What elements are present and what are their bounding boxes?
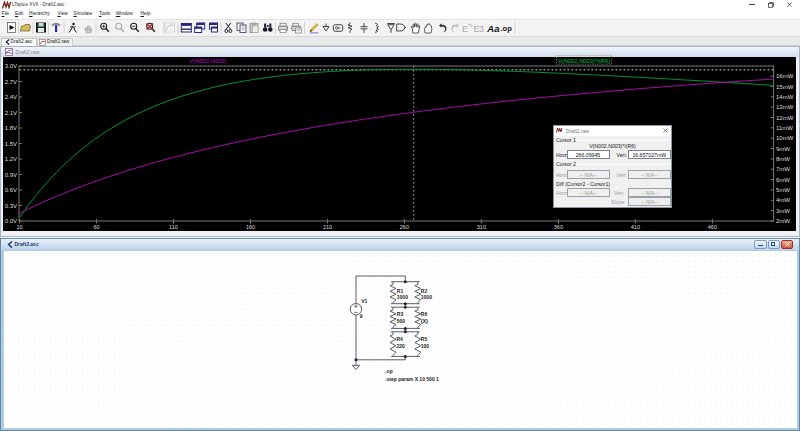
svg-text:13mW: 13mW <box>776 104 794 110</box>
svg-text:2.1V: 2.1V <box>5 110 17 116</box>
svg-text:0.0V: 0.0V <box>5 218 17 224</box>
svg-text:6mW: 6mW <box>776 177 790 183</box>
svg-text:160: 160 <box>246 224 255 230</box>
svg-text:.step param X 10 500 1: .step param X 10 500 1 <box>385 376 439 382</box>
svg-text:E: E <box>462 24 468 34</box>
svg-text:3mW: 3mW <box>776 208 790 214</box>
svg-text:110: 110 <box>169 224 178 230</box>
svg-text:0.3V: 0.3V <box>5 203 17 209</box>
svg-text:9: 9 <box>360 313 363 319</box>
svg-text:15mW: 15mW <box>776 84 794 90</box>
svg-text:500: 500 <box>397 318 406 324</box>
svg-text:R2: R2 <box>421 288 428 294</box>
svg-text:4mW: 4mW <box>776 197 790 203</box>
svg-text:{X}: {X} <box>421 318 428 324</box>
svg-text:.op: .op <box>501 24 513 33</box>
svg-text:1000: 1000 <box>397 294 408 300</box>
svg-text:260: 260 <box>400 224 409 230</box>
svg-text:220: 220 <box>396 343 405 349</box>
svg-text:5mW: 5mW <box>776 187 790 193</box>
svg-text:R6: R6 <box>421 311 428 317</box>
svg-text:V(N002,N003)*I(R6): V(N002,N003)*I(R6) <box>558 58 610 64</box>
svg-text:3: 3 <box>479 24 484 34</box>
svg-text:2.4V: 2.4V <box>5 94 17 100</box>
svg-text:7mW: 7mW <box>776 166 790 172</box>
svg-text:310: 310 <box>477 224 486 230</box>
svg-text:.op: .op <box>385 368 393 374</box>
svg-text:2.7V: 2.7V <box>5 79 17 85</box>
svg-text:16mW: 16mW <box>776 73 794 79</box>
svg-text:3.0V: 3.0V <box>5 63 17 69</box>
svg-text:10mW: 10mW <box>776 135 794 141</box>
svg-text:10: 10 <box>16 224 22 230</box>
svg-text:R4: R4 <box>396 336 403 342</box>
svg-text:8mW: 8mW <box>776 156 790 162</box>
svg-text:360: 360 <box>554 224 563 230</box>
svg-text:R3: R3 <box>397 311 404 317</box>
svg-text:1.2V: 1.2V <box>5 156 17 162</box>
svg-text:11mW: 11mW <box>776 125 793 131</box>
svg-text:0.6V: 0.6V <box>5 187 17 193</box>
svg-text:1.5V: 1.5V <box>5 141 17 147</box>
svg-text:V1: V1 <box>361 298 367 304</box>
svg-text:R5: R5 <box>421 336 428 342</box>
svg-text:1000: 1000 <box>421 294 432 300</box>
svg-text:100: 100 <box>421 343 430 349</box>
svg-text:2mW: 2mW <box>776 218 790 224</box>
svg-text:210: 210 <box>323 224 332 230</box>
svg-text:Aa: Aa <box>486 23 499 34</box>
svg-text:1.8V: 1.8V <box>5 125 17 131</box>
svg-text:460: 460 <box>708 224 717 230</box>
svg-text:410: 410 <box>631 224 640 230</box>
svg-text:60: 60 <box>93 224 99 230</box>
svg-text:9mW: 9mW <box>776 146 790 152</box>
svg-text:R1: R1 <box>397 288 404 294</box>
svg-text:14mW: 14mW <box>776 94 794 100</box>
svg-text:12mW: 12mW <box>776 115 794 121</box>
svg-text:0.9V: 0.9V <box>5 172 17 178</box>
svg-text:V(N002,N003): V(N002,N003) <box>189 58 226 64</box>
